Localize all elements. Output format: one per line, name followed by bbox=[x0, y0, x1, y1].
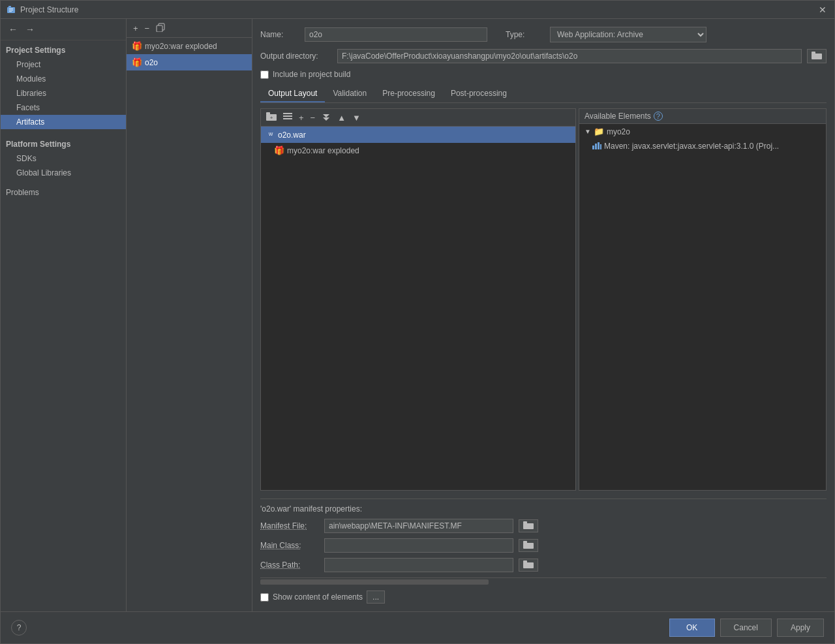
svg-rect-22 bbox=[523, 521, 527, 524]
artifact-item-war-exploded[interactable]: 🎁 myo2o:war exploded bbox=[127, 38, 252, 54]
folder-icon: 📁 bbox=[594, 127, 604, 136]
artifact-item-o2o[interactable]: 🎁 o2o bbox=[127, 54, 252, 70]
sidebar-item-artifacts[interactable]: Artifacts bbox=[1, 115, 126, 129]
forward-button[interactable]: → bbox=[23, 23, 37, 36]
sidebar-item-problems[interactable]: Problems bbox=[1, 185, 126, 200]
dotted-button[interactable]: ... bbox=[367, 590, 385, 604]
tree-folder-btn[interactable]: + bbox=[264, 111, 279, 124]
sidebar-item-label: SDKs bbox=[16, 154, 37, 163]
type-select[interactable]: Web Application: Archive bbox=[550, 27, 706, 42]
copy-artifact-button[interactable] bbox=[153, 22, 168, 35]
svg-rect-4 bbox=[9, 11, 12, 12]
sidebar-item-libraries[interactable]: Libraries bbox=[1, 86, 126, 100]
footer: ? OK Cancel Apply bbox=[1, 611, 834, 643]
sidebar-item-label: Global Libraries bbox=[16, 168, 71, 177]
available-item-label: Maven: javax.servlet:javax.servlet-api:3… bbox=[604, 142, 779, 151]
manifest-file-input[interactable] bbox=[324, 519, 513, 533]
svg-rect-21 bbox=[523, 523, 534, 529]
sidebar-item-project[interactable]: Project bbox=[1, 57, 126, 72]
ok-button[interactable]: OK bbox=[669, 619, 715, 637]
svg-rect-7 bbox=[812, 54, 822, 59]
tree-item-label: o2o.war bbox=[278, 130, 306, 140]
title-bar: Project Structure ✕ bbox=[1, 1, 834, 19]
sidebar-item-label: Modules bbox=[16, 74, 46, 84]
svg-rect-26 bbox=[523, 560, 527, 563]
svg-rect-2 bbox=[9, 8, 13, 9]
include-checkbox[interactable] bbox=[260, 70, 269, 79]
svg-rect-24 bbox=[523, 541, 527, 544]
name-type-row: Name: Type: Web Application: Archive bbox=[260, 27, 827, 42]
tree-remove-btn[interactable]: − bbox=[308, 112, 318, 123]
svg-rect-19 bbox=[598, 142, 600, 149]
available-item-maven-servlet[interactable]: Maven: javax.servlet:javax.servlet-api:3… bbox=[579, 139, 826, 153]
manifest-file-row: Manifest File: bbox=[260, 519, 827, 533]
name-input[interactable] bbox=[305, 27, 487, 42]
sidebar-item-modules[interactable]: Modules bbox=[1, 72, 126, 86]
sidebar: ← → Project Settings Project Modules Lib… bbox=[1, 19, 127, 611]
tree-sort-btn[interactable] bbox=[319, 111, 333, 124]
class-path-label: Class Path: bbox=[260, 560, 319, 570]
show-content-row: Show content of elements ... bbox=[260, 590, 827, 604]
svg-rect-1 bbox=[8, 6, 11, 8]
svg-rect-14 bbox=[283, 118, 292, 119]
artifacts-panel: + − 🎁 myo2o:war exploded bbox=[127, 19, 834, 611]
apply-button[interactable]: Apply bbox=[777, 619, 824, 637]
svg-rect-8 bbox=[812, 52, 815, 54]
layout-area: + + bbox=[260, 108, 827, 491]
scrollbar-thumb[interactable] bbox=[260, 579, 489, 585]
manifest-file-browse-button[interactable] bbox=[519, 519, 538, 532]
artifacts-list: + − 🎁 myo2o:war exploded bbox=[127, 19, 252, 611]
footer-right: OK Cancel Apply bbox=[669, 619, 824, 637]
tabs-bar: Output Layout Validation Pre-processing … bbox=[260, 85, 827, 103]
class-path-input[interactable] bbox=[324, 558, 513, 572]
artifact-item-label: myo2o:war exploded bbox=[145, 42, 217, 51]
sidebar-item-label: Facets bbox=[16, 103, 40, 112]
project-settings-label: Project Settings bbox=[1, 40, 126, 57]
tab-post-processing[interactable]: Post-processing bbox=[443, 85, 515, 102]
back-button[interactable]: ← bbox=[6, 23, 20, 36]
available-item-myo2o[interactable]: ▼ 📁 myo2o bbox=[579, 124, 826, 139]
sidebar-item-global-libraries[interactable]: Global Libraries bbox=[1, 166, 126, 180]
tree-item-o2o-war[interactable]: W o2o.war bbox=[261, 127, 575, 143]
tree-item-label: myo2o:war exploded bbox=[287, 146, 359, 155]
help-button[interactable]: ? bbox=[11, 620, 27, 636]
tree-down-btn[interactable]: ▼ bbox=[350, 112, 363, 123]
show-content-label: Show content of elements bbox=[273, 592, 363, 602]
tree-item-war-exploded[interactable]: 🎁 myo2o:war exploded bbox=[261, 143, 575, 158]
svg-rect-20 bbox=[600, 144, 601, 149]
sidebar-item-label: Project bbox=[16, 60, 40, 69]
main-class-browse-button[interactable] bbox=[519, 539, 538, 552]
tree-up-btn[interactable]: ▲ bbox=[335, 112, 348, 123]
main-class-row: Main Class: bbox=[260, 538, 827, 553]
tab-pre-processing[interactable]: Pre-processing bbox=[374, 85, 443, 102]
include-label: Include in project build bbox=[273, 70, 350, 79]
tree-item-icon: 🎁 bbox=[274, 146, 284, 155]
svg-rect-6 bbox=[157, 25, 162, 32]
class-path-browse-button[interactable] bbox=[519, 559, 538, 572]
sidebar-item-facets[interactable]: Facets bbox=[1, 100, 126, 115]
add-artifact-button[interactable]: + bbox=[130, 23, 141, 34]
output-dir-input[interactable] bbox=[337, 49, 802, 63]
main-class-input[interactable] bbox=[324, 538, 513, 553]
output-dir-browse-button[interactable] bbox=[807, 49, 827, 63]
tab-output-layout[interactable]: Output Layout bbox=[260, 85, 325, 102]
remove-artifact-button[interactable]: − bbox=[142, 23, 153, 34]
svg-rect-12 bbox=[283, 113, 292, 114]
output-tree-toolbar: + + bbox=[261, 109, 575, 127]
svg-rect-17 bbox=[592, 146, 594, 149]
artifact-item-label: o2o bbox=[145, 58, 158, 67]
cancel-button[interactable]: Cancel bbox=[720, 619, 772, 637]
platform-settings-label: Platform Settings bbox=[1, 134, 126, 151]
help-icon-small: ? bbox=[654, 112, 663, 121]
available-elements-label: Available Elements bbox=[584, 112, 651, 121]
tree-add-btn[interactable]: + bbox=[296, 112, 307, 123]
show-content-checkbox[interactable] bbox=[260, 593, 269, 602]
sidebar-item-sdks[interactable]: SDKs bbox=[1, 151, 126, 166]
tree-list-btn[interactable] bbox=[281, 111, 295, 124]
tab-validation[interactable]: Validation bbox=[325, 85, 374, 102]
sidebar-item-label: Artifacts bbox=[16, 117, 44, 127]
close-button[interactable]: ✕ bbox=[816, 5, 829, 15]
svg-rect-3 bbox=[9, 10, 13, 10]
svg-rect-13 bbox=[283, 115, 292, 117]
manifest-section-title: 'o2o.war' manifest properties: bbox=[260, 504, 827, 514]
